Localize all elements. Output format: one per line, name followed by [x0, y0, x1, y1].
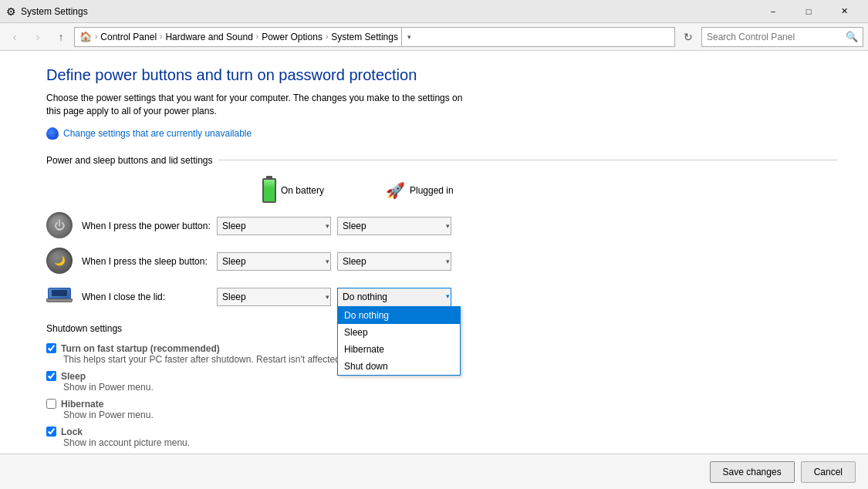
lock-checkbox-label: Lock	[46, 427, 837, 437]
power-circle-icon: ⏻	[46, 212, 73, 238]
hibernate-row: Hibernate Show in Power menu.	[46, 399, 837, 420]
plugged-label: Plugged in	[410, 185, 454, 196]
hibernate-desc: Show in Power menu.	[63, 410, 837, 420]
column-headers: On battery 🚀 Plugged in	[46, 178, 837, 203]
sleep-plugged-select[interactable]: Sleep Do nothing Hibernate Shut down	[337, 252, 451, 271]
save-button[interactable]: Save changes	[710, 461, 795, 483]
battery-icon	[262, 178, 276, 203]
lid-plugged-selected[interactable]: Do nothing	[337, 288, 451, 306]
sleep-button-row: 🌙 When I press the sleep button: Sleep D…	[46, 248, 837, 275]
shield-icon	[46, 127, 59, 140]
dropdown-option-shutdown[interactable]: Shut down	[338, 358, 460, 375]
sleep-desc: Show in Power menu.	[63, 382, 837, 393]
sleep-battery-select[interactable]: Sleep Do nothing Hibernate Shut down	[217, 252, 331, 271]
lid-battery-select[interactable]: Sleep Do nothing Hibernate Shut down	[217, 288, 331, 306]
lid-label: When I close the lid:	[82, 292, 217, 302]
search-icon: 🔍	[846, 31, 858, 42]
change-settings-text: Change settings that are currently unava…	[63, 128, 252, 139]
footer: Save changes Cancel	[0, 454, 868, 489]
battery-label: On battery	[281, 185, 324, 196]
content-area: Define power buttons and turn on passwor…	[0, 51, 868, 454]
home-icon: 🏠	[79, 31, 92, 42]
sleep-checkbox[interactable]	[46, 371, 56, 381]
breadcrumb-hardware-sound[interactable]: Hardware and Sound	[165, 32, 252, 42]
change-settings-link[interactable]: Change settings that are currently unava…	[46, 127, 837, 140]
rocket-icon: 🚀	[386, 181, 405, 200]
dropdown-option-sleep[interactable]: Sleep	[338, 324, 460, 341]
breadcrumb-control-panel[interactable]: Control Panel	[100, 32, 157, 42]
lid-bottom	[46, 298, 73, 302]
power-button-row: ⏻ When I press the power button: Sleep D…	[46, 212, 837, 240]
hibernate-checkbox[interactable]	[46, 399, 56, 409]
breadcrumb-sep-0: ›	[95, 32, 97, 41]
forward-button[interactable]: ›	[28, 27, 48, 47]
window-controls: − □ ✕	[755, 0, 862, 23]
power-battery-select[interactable]: Sleep Do nothing Hibernate Shut down	[217, 217, 331, 235]
lid-top	[48, 288, 71, 298]
power-section-label: Power and sleep buttons and lid settings	[46, 155, 212, 166]
page-title: Define power buttons and turn on passwor…	[46, 66, 837, 84]
navbar: ‹ › ↑ 🏠 › Control Panel › Hardware and S…	[0, 23, 868, 51]
lid-plugged-dropdown: Do nothing ▾ Do nothing Sleep Hibernate …	[337, 288, 451, 306]
dropdown-option-hibernate[interactable]: Hibernate	[338, 341, 460, 358]
page-description: Choose the power settings that you want …	[46, 92, 478, 118]
breadcrumb-power-options[interactable]: Power Options	[262, 32, 323, 42]
sleep-button-icon: 🌙	[46, 248, 74, 275]
up-button[interactable]: ↑	[51, 27, 71, 47]
app-icon: ⚙	[6, 5, 16, 18]
sleep-battery-select-wrapper: Sleep Do nothing Hibernate Shut down ▾	[217, 252, 331, 271]
refresh-button[interactable]: ↻	[678, 27, 698, 47]
lock-checkbox[interactable]	[46, 427, 56, 437]
dropdown-list: Do nothing Sleep Hibernate Shut down	[337, 306, 461, 376]
address-dropdown-button[interactable]: ▾	[401, 27, 417, 47]
sleep-circle-icon: 🌙	[46, 248, 73, 274]
power-plugged-select-wrapper: Sleep Do nothing Hibernate Shut down ▾	[337, 217, 451, 235]
power-button-icon: ⏻	[46, 212, 74, 240]
dropdown-open-arrow: ▾	[446, 292, 450, 300]
window-title: System Settings	[21, 6, 755, 17]
plugged-column-header: 🚀 Plugged in	[386, 181, 509, 200]
search-input[interactable]	[707, 32, 846, 42]
minimize-button[interactable]: −	[755, 0, 791, 23]
dropdown-option-donothing[interactable]: Do nothing	[338, 307, 460, 324]
titlebar: ⚙ System Settings − □ ✕	[0, 0, 868, 23]
laptop-lid-icon	[46, 283, 73, 309]
cancel-button[interactable]: Cancel	[801, 461, 856, 483]
search-box: 🔍	[701, 27, 863, 47]
lock-desc: Show in account picture menu.	[63, 437, 837, 448]
breadcrumb-current: System Settings	[331, 32, 398, 42]
fast-startup-checkbox[interactable]	[46, 343, 56, 353]
sleep-plugged-select-wrapper: Sleep Do nothing Hibernate Shut down ▾	[337, 252, 451, 271]
address-bar: 🏠 › Control Panel › Hardware and Sound ›…	[74, 27, 675, 47]
battery-column-header: On battery	[262, 178, 386, 203]
power-button-label: When I press the power button:	[82, 221, 217, 231]
lock-row: Lock Show in account picture menu.	[46, 427, 837, 448]
hibernate-checkbox-label: Hibernate	[46, 399, 837, 410]
power-section-header: Power and sleep buttons and lid settings	[46, 155, 837, 166]
sleep-button-label: When I press the sleep button:	[82, 256, 217, 267]
lid-icon	[46, 283, 74, 311]
main-content: Define power buttons and turn on passwor…	[0, 51, 868, 489]
close-button[interactable]: ✕	[826, 0, 862, 23]
power-battery-select-wrapper: Sleep Do nothing Hibernate Shut down ▾	[217, 217, 331, 235]
lid-row: When I close the lid: Sleep Do nothing H…	[46, 283, 837, 311]
back-button[interactable]: ‹	[5, 27, 25, 47]
maximize-button[interactable]: □	[791, 0, 826, 23]
lid-battery-select-wrapper: Sleep Do nothing Hibernate Shut down ▾	[217, 288, 331, 306]
power-plugged-select[interactable]: Sleep Do nothing Hibernate Shut down	[337, 217, 451, 235]
